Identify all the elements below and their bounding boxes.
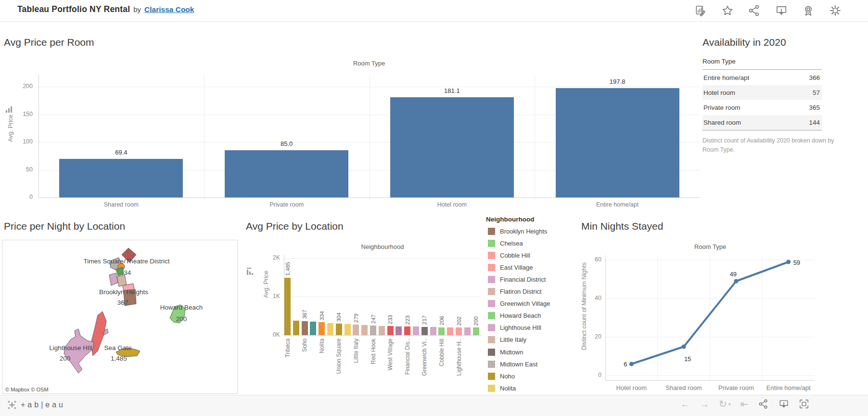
bar-neighbourhood[interactable] — [327, 323, 333, 335]
sort-ascending-icon[interactable] — [6, 106, 13, 115]
table-row[interactable]: Entire home/apt366 — [702, 70, 822, 85]
bar-neighbourhood[interactable] — [396, 326, 402, 335]
legend-label: Greenwich Village — [500, 300, 550, 307]
header-toolbar — [694, 4, 842, 17]
row-label: Hotel room — [702, 85, 735, 100]
legend-item-chelsea[interactable]: Chelsea — [488, 238, 523, 248]
x-category-label: Financial Dis.. — [404, 338, 411, 375]
bar-value-label: 69.4 — [115, 149, 127, 156]
x-category-label: Shared room — [666, 384, 702, 391]
point-value-label: 15 — [684, 355, 691, 363]
legend-item-noho[interactable]: Noho — [488, 371, 515, 381]
availability-caption: Distinct count of Availability 2020 brok… — [702, 136, 849, 155]
bar-cobble-hill[interactable] — [438, 327, 445, 335]
legend-label: Howard Beach — [500, 312, 541, 319]
row-value: 365 — [809, 100, 822, 115]
bar-neighbourhood[interactable] — [310, 322, 316, 335]
replay-icon[interactable]: ↻▾ — [719, 398, 731, 410]
bar-lighthouse-h-[interactable] — [456, 327, 462, 335]
bar-shared-room[interactable] — [59, 159, 183, 197]
revert-icon[interactable]: ⇤ — [740, 398, 749, 410]
share-icon[interactable] — [748, 4, 761, 17]
legend-swatch — [488, 276, 495, 283]
legend-item-midtown[interactable]: Midtown — [488, 347, 523, 357]
legend-label: Little Italy — [500, 336, 526, 343]
bar-neighbourhood[interactable] — [413, 326, 419, 335]
bar-private-room[interactable] — [225, 150, 348, 197]
map-polygon[interactable] — [109, 273, 118, 286]
map-polygon[interactable] — [117, 275, 127, 286]
bar-nolita[interactable] — [319, 322, 325, 335]
author-link[interactable]: Clarissa Cook — [144, 5, 194, 14]
bar-financial-dis-[interactable] — [404, 326, 410, 335]
bar-hotel-room[interactable] — [390, 97, 514, 197]
row-label: Shared room — [702, 115, 741, 130]
x-category-label: Entire home/apt — [766, 384, 811, 391]
view-data-icon[interactable] — [694, 4, 707, 17]
bar-neighbourhood[interactable] — [345, 324, 351, 335]
legend-item-cobble-hill[interactable]: Cobble Hill — [488, 250, 530, 260]
legend-item-howard-beach[interactable]: Howard Beach — [488, 311, 541, 321]
footer-download-icon[interactable] — [779, 399, 789, 409]
map-value-howard-beach: 200 — [176, 315, 187, 323]
legend-item-greenwich-village[interactable]: Greenwich Village — [488, 299, 550, 309]
bar-neighbourhood[interactable] — [379, 326, 385, 335]
favorite-star-icon[interactable] — [721, 4, 734, 17]
legend-swatch — [488, 361, 495, 368]
x-category-label: Hotel room — [437, 201, 467, 208]
bar-neighbourhood[interactable] — [464, 327, 471, 335]
bar-neighbourhood[interactable] — [447, 327, 453, 335]
bar-west-village[interactable] — [387, 326, 394, 335]
bar-red-hook[interactable] — [370, 325, 376, 335]
download-icon[interactable] — [775, 4, 788, 17]
undo-icon[interactable]: ← — [680, 399, 690, 410]
data-point-private-room[interactable] — [734, 279, 738, 284]
bar-tribeca[interactable] — [284, 278, 291, 335]
data-point-shared-room[interactable] — [682, 345, 686, 349]
availability-column-header: Room Type — [702, 58, 822, 70]
bar-entire-home-apt[interactable] — [556, 88, 679, 197]
x-category-label: Hotel room — [616, 384, 647, 391]
map-label-howard-beach: Howard Beach — [160, 304, 203, 311]
legend-item-little-italy[interactable]: Little Italy — [488, 335, 526, 345]
bar-neighbourhood[interactable] — [293, 321, 299, 335]
legend-swatch — [488, 336, 495, 343]
legend-swatch — [488, 312, 495, 319]
legend-item-lighthouse-hill[interactable]: Lighthouse HIll — [488, 323, 541, 333]
sort-descending-icon[interactable] — [247, 268, 255, 277]
legend-item-nolita[interactable]: Nolita — [488, 383, 516, 393]
bar-value-label: 223 — [405, 315, 410, 325]
bar-greenwich-vi-[interactable] — [421, 327, 428, 335]
table-row[interactable]: Private room365 — [702, 100, 822, 115]
legend-swatch — [488, 349, 495, 356]
data-point-entire-home-apt[interactable] — [786, 260, 791, 264]
replay-caret-icon: ▾ — [728, 402, 731, 407]
legend-item-brooklyn-heights[interactable]: Brooklyn Heights — [488, 226, 547, 236]
settings-gear-icon[interactable] — [829, 4, 842, 17]
legend-label: Brooklyn Heights — [500, 228, 547, 235]
legend-swatch — [488, 252, 495, 259]
legend-item-flatiron-district[interactable]: Flatiron District — [488, 287, 542, 297]
table-row[interactable]: Shared room144 — [702, 115, 822, 130]
bar-neighbourhood[interactable] — [361, 325, 368, 335]
legend-item-financial-district[interactable]: Financial District — [488, 274, 546, 284]
tableau-logo[interactable]: +ab|eau — [7, 400, 65, 410]
bar-neighbourhood[interactable] — [430, 327, 436, 335]
map-canvas[interactable]: 334 Times Square/Theatre District Brookl… — [2, 240, 238, 394]
fullscreen-icon[interactable] — [799, 399, 809, 409]
data-point-hotel-room[interactable] — [629, 362, 634, 366]
bar-neighbourhood[interactable] — [473, 327, 479, 335]
table-row[interactable]: Hotel room57 — [702, 85, 822, 100]
x-axis-line — [284, 335, 481, 336]
map-attribution[interactable]: © Mapbox © OSM — [2, 386, 51, 393]
row-value: 366 — [809, 70, 822, 85]
award-icon[interactable] — [802, 4, 815, 17]
bar-soho[interactable] — [302, 321, 308, 335]
redo-icon[interactable]: → — [700, 399, 709, 410]
bar-union-square[interactable] — [336, 324, 342, 335]
bar-little-italy[interactable] — [353, 325, 359, 335]
legend-item-midtown-east[interactable]: Midtown East — [488, 359, 537, 369]
legend-item-east-village[interactable]: East Village — [488, 262, 533, 272]
x-category-label: Cobble Hill — [438, 338, 445, 366]
footer-share-icon[interactable] — [758, 399, 769, 409]
